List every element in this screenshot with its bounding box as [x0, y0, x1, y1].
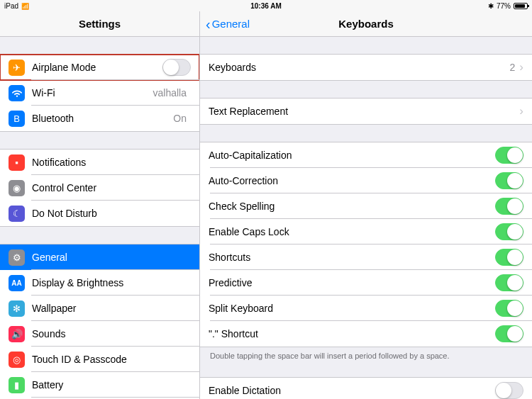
control-center-icon: ◉ — [9, 180, 25, 196]
dnd-icon: ☾ — [9, 206, 25, 222]
toggle-switch[interactable] — [495, 198, 523, 215]
notifications-icon: ▪ — [9, 154, 25, 171]
settings-sidebar: Settings ✈ Airplane Mode Wi-Fi valhalla … — [0, 11, 200, 399]
row-label: Auto-Correction — [209, 175, 495, 186]
sidebar-item-label: General — [32, 252, 191, 263]
sidebar-item-label: Do Not Disturb — [32, 208, 191, 219]
sidebar-item-notifications[interactable]: ▪ Notifications — [0, 150, 199, 175]
toggle-switch[interactable] — [495, 172, 523, 189]
chevron-right-icon: › — [519, 60, 523, 74]
status-bar: iPad 10:36 AM ✱ 77% — [0, 0, 532, 11]
keyboards-count: 2 — [510, 62, 516, 73]
wallpaper-icon: ✻ — [9, 300, 25, 317]
detail-pane: ‹ General Keyboards Keyboards 2 › Text R… — [200, 11, 532, 399]
toggles-footer-note: Double tapping the space bar will insert… — [200, 347, 532, 360]
toggle-switch[interactable] — [495, 325, 523, 342]
airplane-icon: ✈ — [9, 60, 25, 76]
keyboard-toggle-row[interactable]: Predictive — [200, 270, 532, 296]
sidebar-item-battery[interactable]: ▮ Battery — [0, 372, 199, 398]
row-label: Auto-Capitalization — [209, 150, 495, 161]
bluetooth-icon: ✱ — [488, 2, 494, 10]
toggle-switch[interactable] — [495, 274, 523, 291]
chevron-left-icon: ‹ — [206, 17, 211, 31]
sidebar-item-wallpaper[interactable]: ✻ Wallpaper — [0, 296, 199, 321]
keyboard-toggles-group: Auto-CapitalizationAuto-CorrectionCheck … — [200, 142, 532, 347]
keyboard-toggle-row[interactable]: Shortcuts — [200, 245, 532, 270]
back-label: General — [212, 18, 250, 30]
status-time: 10:36 AM — [179, 2, 353, 10]
sidebar-item-label: Battery — [32, 379, 191, 390]
detail-title: Keyboards — [200, 18, 532, 30]
sidebar-item-label: Touch ID & Passcode — [32, 354, 191, 365]
sidebar-item-do-not-disturb[interactable]: ☾ Do Not Disturb — [0, 201, 199, 226]
keyboard-toggle-row[interactable]: Check Spelling — [200, 193, 532, 219]
sidebar-navbar: Settings — [0, 11, 199, 37]
battery-settings-icon: ▮ — [9, 377, 25, 393]
battery-icon — [514, 3, 528, 9]
text-replacement-row[interactable]: Text Replacement › — [200, 99, 532, 124]
bluetooth-value: On — [173, 113, 187, 124]
sidebar-item-display-brightness[interactable]: AA Display & Brightness — [0, 270, 199, 296]
sidebar-item-bluetooth[interactable]: B Bluetooth On — [0, 106, 199, 131]
sidebar-item-label: Display & Brightness — [32, 277, 191, 288]
wifi-settings-icon — [9, 85, 25, 101]
row-label: Check Spelling — [209, 201, 495, 212]
touchid-icon: ◎ — [9, 352, 25, 368]
enable-dictation-row[interactable]: Enable Dictation — [200, 378, 532, 399]
keyboards-row[interactable]: Keyboards 2 › — [200, 55, 532, 80]
row-label: Split Keyboard — [209, 303, 495, 314]
sidebar-item-label: Sounds — [32, 328, 191, 339]
row-label: Enable Dictation — [209, 385, 495, 396]
keyboard-toggle-row[interactable]: Auto-Correction — [200, 168, 532, 193]
wifi-icon — [21, 2, 29, 10]
chevron-right-icon: › — [519, 104, 523, 118]
row-label: Text Replacement — [209, 106, 519, 117]
toggle-switch[interactable] — [495, 147, 523, 164]
keyboard-toggle-row[interactable]: Split Keyboard — [200, 296, 532, 321]
keyboard-toggle-row[interactable]: Enable Caps Lock — [200, 219, 532, 245]
sounds-icon: 🔊 — [9, 326, 25, 342]
sidebar-item-control-center[interactable]: ◉ Control Center — [0, 175, 199, 201]
sidebar-item-label: Control Center — [32, 182, 191, 193]
wifi-network-value: valhalla — [153, 87, 187, 99]
bluetooth-settings-icon: B — [9, 111, 25, 127]
sidebar-title: Settings — [0, 18, 199, 30]
toggle-switch[interactable] — [495, 249, 523, 266]
toggle-switch[interactable] — [495, 223, 523, 240]
back-button[interactable]: ‹ General — [200, 17, 250, 31]
sidebar-item-wifi[interactable]: Wi-Fi valhalla — [0, 80, 199, 106]
enable-dictation-switch[interactable] — [495, 382, 523, 399]
row-label: Shortcuts — [209, 252, 495, 263]
keyboard-toggle-row[interactable]: "." Shortcut — [200, 321, 532, 347]
general-icon: ⚙ — [9, 249, 25, 266]
status-battery-pct: 77% — [497, 2, 511, 10]
sidebar-item-label: Airplane Mode — [32, 62, 162, 73]
sidebar-item-label: Notifications — [32, 157, 191, 168]
row-label: Predictive — [209, 277, 495, 288]
sidebar-item-label: Wallpaper — [32, 303, 191, 314]
sidebar-item-airplane-mode[interactable]: ✈ Airplane Mode — [0, 55, 199, 80]
row-label: Enable Caps Lock — [209, 226, 495, 237]
detail-navbar: ‹ General Keyboards — [200, 11, 532, 37]
sidebar-item-label: Wi-Fi — [32, 87, 153, 99]
airplane-mode-switch[interactable] — [162, 59, 191, 76]
row-label: "." Shortcut — [209, 328, 495, 339]
sidebar-item-touch-id-passcode[interactable]: ◎ Touch ID & Passcode — [0, 347, 199, 372]
toggle-switch[interactable] — [495, 300, 523, 317]
status-device: iPad — [4, 2, 18, 10]
sidebar-item-sounds[interactable]: 🔊 Sounds — [0, 321, 199, 347]
sidebar-item-label: Bluetooth — [32, 113, 173, 124]
row-label: Keyboards — [209, 62, 510, 73]
keyboard-toggle-row[interactable]: Auto-Capitalization — [200, 142, 532, 168]
sidebar-item-general[interactable]: ⚙ General — [0, 245, 199, 270]
display-icon: AA — [9, 275, 25, 291]
